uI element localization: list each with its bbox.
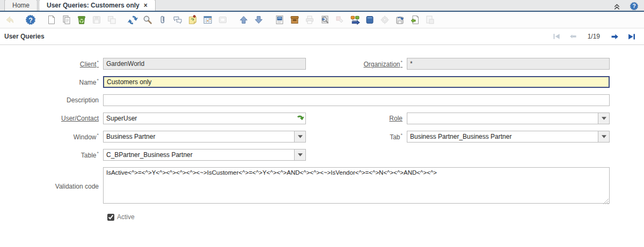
organization-label[interactable]: Organization* <box>306 59 407 68</box>
new-record-icon[interactable] <box>44 13 59 27</box>
detail-record-icon[interactable] <box>251 13 266 27</box>
undo-icon[interactable] <box>2 13 17 27</box>
breadcrumb-row: User Queries 1/19 <box>0 28 644 45</box>
mandatory-indicator: * <box>97 78 99 83</box>
delete-record-icon[interactable] <box>74 13 89 27</box>
svg-text:?: ? <box>632 3 635 9</box>
table-label: Table* <box>0 151 103 159</box>
record-position: 1/19 <box>588 33 600 40</box>
print-preview-icon[interactable] <box>317 13 332 27</box>
table-field[interactable] <box>104 149 294 160</box>
tab-close-icon[interactable]: × <box>144 2 148 9</box>
validation-code-label: Validation code <box>0 183 103 190</box>
client-field[interactable] <box>103 58 306 70</box>
mandatory-indicator: * <box>97 132 99 138</box>
client-label[interactable]: Client* <box>0 59 103 68</box>
global-help-icon[interactable]: ? <box>630 2 639 11</box>
find-icon[interactable] <box>140 13 155 27</box>
chevron-down-icon[interactable] <box>294 131 305 142</box>
user-contact-label[interactable]: User/Contact <box>0 115 103 122</box>
validation-code-field[interactable] <box>103 167 610 204</box>
tab-user-queries-label: User Queries: Customers only <box>47 2 140 9</box>
organization-field[interactable] <box>407 58 610 70</box>
role-combobox[interactable] <box>407 113 610 124</box>
toolbar: ? <box>0 12 644 28</box>
attachment-icon[interactable] <box>155 13 170 27</box>
svg-text:?: ? <box>28 17 33 24</box>
last-record-icon[interactable] <box>627 32 636 41</box>
name-field[interactable] <box>103 76 610 88</box>
page-title: User Queries <box>4 33 45 40</box>
tab-home-label: Home <box>12 2 30 9</box>
record-navigation: 1/19 <box>552 32 636 41</box>
role-label[interactable]: Role <box>306 115 407 122</box>
collapse-header-icon[interactable] <box>613 2 621 10</box>
tab-field[interactable] <box>407 131 598 142</box>
archive-doc-icon[interactable] <box>422 13 437 27</box>
chevron-down-icon[interactable] <box>598 131 609 142</box>
parent-record-icon[interactable] <box>236 13 251 27</box>
window-tab-bar: Home User Queries: Customers only × ? <box>0 0 644 12</box>
window-icon[interactable] <box>362 13 377 27</box>
request-icon[interactable] <box>332 13 347 27</box>
tab-combobox[interactable] <box>407 131 610 143</box>
next-record-icon[interactable] <box>610 32 619 41</box>
window-label: Window* <box>0 132 103 141</box>
active-checkbox[interactable] <box>107 214 114 221</box>
grid-toggle-icon[interactable] <box>200 13 215 27</box>
first-record-icon[interactable] <box>552 32 561 41</box>
user-queries-form: Client* Organization* Name* Description … <box>0 45 644 221</box>
lookup-icon[interactable] <box>295 114 305 123</box>
save-icon[interactable] <box>89 13 104 27</box>
tab-home[interactable]: Home <box>4 0 38 11</box>
file-import-icon[interactable] <box>407 13 422 27</box>
tab-user-queries[interactable]: User Queries: Customers only × <box>39 0 156 11</box>
name-label: Name* <box>0 78 103 86</box>
process-icon[interactable] <box>377 13 392 27</box>
mandatory-indicator: * <box>97 59 99 65</box>
help-icon[interactable]: ? <box>23 13 38 27</box>
refresh-icon[interactable] <box>125 13 140 27</box>
user-contact-field[interactable] <box>103 113 306 124</box>
previous-record-icon[interactable] <box>569 32 577 41</box>
postit-icon[interactable] <box>185 13 200 27</box>
save-create-icon[interactable] <box>104 13 119 27</box>
chevron-down-icon[interactable] <box>294 149 305 160</box>
copy-record-icon[interactable] <box>59 13 74 27</box>
mandatory-indicator: * <box>400 132 402 138</box>
active-checkbox-label: Active <box>117 213 135 221</box>
description-field[interactable] <box>103 94 610 106</box>
mandatory-indicator: * <box>400 59 402 65</box>
role-field[interactable] <box>407 113 598 124</box>
tab-label: Tab* <box>306 132 407 141</box>
chevron-down-icon[interactable] <box>598 113 609 124</box>
report-icon[interactable] <box>272 13 287 27</box>
mandatory-indicator: * <box>97 151 99 156</box>
description-label: Description <box>0 96 103 104</box>
table-combobox[interactable] <box>103 149 306 161</box>
archive-icon[interactable] <box>287 13 302 27</box>
workflow-icon[interactable] <box>347 13 362 27</box>
window-field[interactable] <box>104 131 294 142</box>
window-combobox[interactable] <box>103 131 306 143</box>
csv-import-icon[interactable] <box>215 13 230 27</box>
print-icon[interactable] <box>302 13 317 27</box>
chat-icon[interactable] <box>170 13 185 27</box>
export-icon[interactable] <box>392 13 407 27</box>
